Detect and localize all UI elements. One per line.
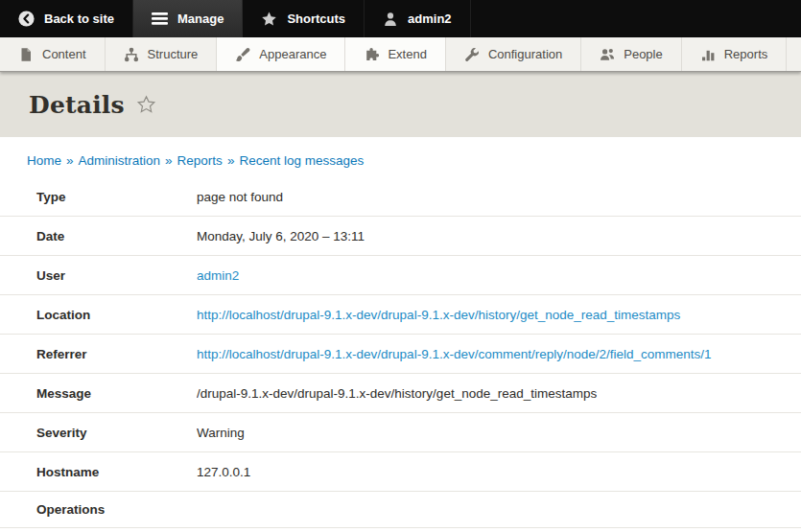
- breadcrumb-separator: »: [223, 153, 240, 168]
- row-label: Location: [0, 308, 197, 322]
- table-row-location: Location http://localhost/drupal-9.1.x-d…: [0, 295, 801, 335]
- sitemap-icon: [124, 47, 139, 62]
- manage-label: Manage: [177, 12, 224, 26]
- row-value: /drupal-9.1.x-dev/drupal-9.1.x-dev/histo…: [197, 386, 801, 401]
- row-label: Hostname: [0, 465, 197, 479]
- manage-button[interactable]: Manage: [133, 0, 243, 37]
- page-title: Details: [29, 91, 125, 119]
- tab-appearance[interactable]: Appearance: [217, 37, 345, 71]
- breadcrumb: Home»Administration»Reports»Recent log m…: [0, 137, 801, 170]
- user-menu-button[interactable]: admin2: [365, 0, 471, 37]
- row-value: http://localhost/drupal-9.1.x-dev/drupal…: [197, 347, 801, 361]
- location-link[interactable]: http://localhost/drupal-9.1.x-dev/drupal…: [197, 308, 680, 322]
- shortcuts-button[interactable]: Shortcuts: [243, 0, 365, 37]
- row-label: Date: [0, 229, 197, 243]
- tab-people[interactable]: People: [581, 37, 681, 71]
- bar-chart-icon: [700, 47, 716, 62]
- back-to-site-button[interactable]: Back to site: [0, 0, 133, 37]
- row-label: Severity: [0, 426, 197, 440]
- paintbrush-icon: [235, 47, 250, 62]
- user-link[interactable]: admin2: [197, 268, 239, 283]
- table-row-date: Date Monday, July 6, 2020 – 13:11: [0, 217, 801, 256]
- tab-reports[interactable]: Reports: [682, 37, 788, 71]
- hamburger-menu-icon: [152, 12, 168, 26]
- row-label: Type: [0, 190, 197, 204]
- admin-tray: Content Structure Appearance Extend Conf…: [0, 37, 801, 72]
- tab-label: Configuration: [488, 47, 562, 61]
- row-value: Warning: [197, 426, 801, 440]
- referrer-link[interactable]: http://localhost/drupal-9.1.x-dev/drupal…: [197, 347, 712, 361]
- row-label: Referrer: [0, 347, 197, 361]
- tab-configuration[interactable]: Configuration: [446, 37, 581, 71]
- favorite-star-icon[interactable]: [136, 95, 156, 114]
- breadcrumb-separator: »: [160, 153, 177, 168]
- page-header: Details: [0, 72, 801, 137]
- tab-help[interactable]: ? Help: [787, 37, 801, 71]
- table-row-referrer: Referrer http://localhost/drupal-9.1.x-d…: [0, 335, 801, 374]
- user-icon: [383, 12, 398, 27]
- tab-label: Appearance: [259, 47, 326, 61]
- row-label: Operations: [0, 502, 197, 517]
- user-name-label: admin2: [408, 12, 452, 26]
- people-icon: [600, 47, 615, 62]
- back-to-site-label: Back to site: [44, 12, 114, 26]
- tab-label: Structure: [148, 47, 199, 61]
- admin-toolbar: Back to site Manage Shortcuts admin2: [0, 0, 801, 37]
- tab-label: Reports: [724, 47, 768, 61]
- row-value: admin2: [197, 268, 801, 283]
- tab-label: Content: [42, 47, 86, 61]
- tab-extend[interactable]: Extend: [345, 37, 445, 71]
- file-icon: [18, 47, 34, 62]
- table-row-hostname: Hostname 127.0.0.1: [0, 452, 801, 492]
- table-row-severity: Severity Warning: [0, 413, 801, 452]
- breadcrumb-link-reports[interactable]: Reports: [177, 153, 223, 168]
- row-value: Monday, July 6, 2020 – 13:11: [197, 229, 801, 243]
- tab-structure[interactable]: Structure: [106, 37, 218, 71]
- tab-content[interactable]: Content: [0, 37, 106, 71]
- row-value: page not found: [197, 190, 801, 204]
- back-arrow-icon: [18, 11, 35, 27]
- breadcrumb-link-recent-log-messages[interactable]: Recent log messages: [239, 153, 364, 168]
- star-icon: [261, 12, 277, 27]
- table-row-user: User admin2: [0, 256, 801, 295]
- breadcrumb-link-administration[interactable]: Administration: [79, 153, 161, 168]
- table-row-type: Type page not found: [0, 177, 801, 217]
- table-row-message: Message /drupal-9.1.x-dev/drupal-9.1.x-d…: [0, 374, 801, 413]
- puzzle-icon: [364, 47, 379, 62]
- log-details-table: Type page not found Date Monday, July 6,…: [0, 177, 801, 528]
- table-row-operations: Operations: [0, 492, 801, 528]
- row-value: http://localhost/drupal-9.1.x-dev/drupal…: [197, 308, 801, 322]
- row-label: User: [0, 268, 197, 283]
- row-label: Message: [0, 386, 197, 401]
- wrench-icon: [464, 47, 480, 62]
- tab-label: People: [624, 47, 662, 61]
- breadcrumb-link-home[interactable]: Home: [27, 153, 61, 168]
- breadcrumb-separator: »: [61, 153, 79, 168]
- row-value: 127.0.0.1: [197, 465, 801, 479]
- tab-label: Extend: [388, 47, 426, 61]
- shortcuts-label: Shortcuts: [287, 12, 345, 26]
